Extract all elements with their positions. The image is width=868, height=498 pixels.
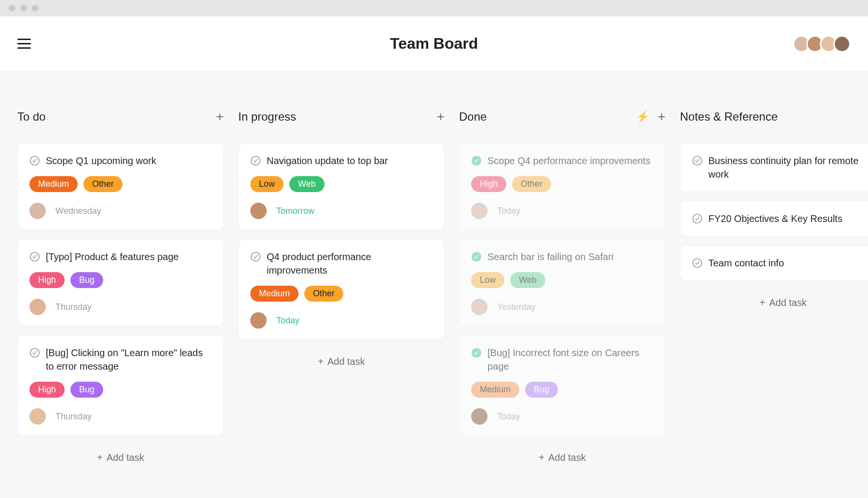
task-title: Scope Q1 upcoming work	[46, 154, 156, 167]
task-card[interactable]: Team contact info	[680, 245, 868, 281]
tag-row: HighOther	[471, 176, 653, 192]
tag-row: MediumBug	[471, 382, 653, 398]
task-title: [Bug] Incorrect font size on Careers pag…	[488, 346, 653, 373]
avatar[interactable]	[833, 35, 851, 53]
check-done-icon[interactable]	[471, 251, 482, 262]
tag[interactable]: High	[29, 272, 65, 288]
tag[interactable]: Low	[471, 272, 504, 288]
assignee-avatar[interactable]	[471, 299, 488, 315]
lightning-icon[interactable]: ⚡	[636, 111, 649, 123]
task-card[interactable]: Scope Q4 performance improvements HighOt…	[459, 143, 665, 230]
check-open-icon[interactable]	[29, 251, 40, 262]
task-card[interactable]: Search bar is failing on Safari LowWeb Y…	[459, 239, 665, 326]
tag-row: MediumOther	[250, 286, 433, 302]
tag-row: HighBug	[29, 382, 212, 398]
add-column-task-icon[interactable]: +	[437, 110, 445, 124]
traffic-light-min[interactable]	[20, 5, 27, 12]
check-open-icon[interactable]	[29, 155, 40, 166]
tag[interactable]: Medium	[250, 286, 298, 302]
task-card[interactable]: Navigation update to top bar LowWeb Tomo…	[238, 143, 445, 230]
card-footer: Tomorrow	[250, 203, 433, 219]
add-task-button[interactable]: +Add task	[17, 444, 224, 471]
add-task-label: Add task	[548, 452, 586, 463]
task-card[interactable]: Business continuity plan for remote work	[680, 143, 868, 192]
check-open-icon[interactable]	[692, 155, 703, 166]
column: Notes & Reference Business continuity pl…	[680, 110, 868, 471]
traffic-light-max[interactable]	[32, 5, 39, 12]
tag[interactable]: Web	[289, 176, 325, 192]
assignee-avatar[interactable]	[471, 203, 488, 219]
tag[interactable]: Other	[304, 286, 343, 302]
tag[interactable]: Other	[512, 176, 551, 192]
add-task-label: Add task	[327, 356, 365, 367]
tag-row: LowWeb	[471, 272, 653, 288]
task-title: [Bug] Clicking on "Learn more" leads to …	[46, 346, 212, 373]
assignee-avatar[interactable]	[250, 203, 267, 219]
add-column-task-icon[interactable]: +	[658, 110, 665, 124]
task-card[interactable]: [Typo] Product & features page HighBug T…	[17, 239, 224, 326]
card-footer: Thursday	[29, 299, 212, 315]
tag[interactable]: High	[29, 382, 65, 398]
column-title: To do	[17, 110, 46, 124]
check-open-icon[interactable]	[250, 155, 261, 166]
assignee-avatar[interactable]	[29, 203, 46, 219]
column: To do + Scope Q1 upcoming work MediumOth…	[17, 110, 224, 471]
tag[interactable]: Bug	[70, 272, 103, 288]
tag[interactable]: Medium	[471, 382, 519, 398]
check-open-icon[interactable]	[692, 258, 703, 268]
task-title: FY20 Objectives & Key Results	[708, 212, 842, 225]
plus-icon: +	[318, 356, 324, 367]
add-task-label: Add task	[769, 297, 807, 308]
tag[interactable]: High	[471, 176, 506, 192]
check-done-icon[interactable]	[471, 155, 482, 166]
board: To do + Scope Q1 upcoming work MediumOth…	[0, 71, 868, 471]
tag[interactable]: Low	[250, 176, 284, 192]
check-open-icon[interactable]	[29, 347, 40, 358]
add-column-task-icon[interactable]: +	[216, 110, 224, 124]
check-open-icon[interactable]	[250, 251, 261, 262]
column: Done ⚡+ Scope Q4 performance improvement…	[459, 110, 665, 471]
column-title: In progress	[238, 110, 296, 124]
add-task-button[interactable]: +Add task	[459, 444, 665, 471]
header: Team Board	[0, 16, 868, 71]
menu-icon[interactable]	[17, 39, 31, 49]
tag[interactable]: Other	[83, 176, 122, 192]
traffic-light-close[interactable]	[9, 5, 15, 12]
card-footer: Today	[250, 312, 433, 329]
card-footer: Today	[471, 408, 653, 425]
check-done-icon[interactable]	[471, 347, 482, 358]
task-card[interactable]: [Bug] Incorrect font size on Careers pag…	[459, 335, 665, 436]
card-footer: Thursday	[29, 408, 212, 425]
task-title: Navigation update to top bar	[267, 154, 388, 167]
column-title: Notes & Reference	[680, 110, 778, 124]
task-card[interactable]: Q4 product performance improvements Medi…	[238, 239, 445, 340]
due-date: Tomorrow	[276, 206, 314, 216]
task-card[interactable]: Scope Q1 upcoming work MediumOther Wedne…	[17, 143, 224, 230]
tag[interactable]: Medium	[29, 176, 78, 192]
tag[interactable]: Bug	[525, 382, 558, 398]
add-task-button[interactable]: +Add task	[238, 348, 445, 375]
due-date: Today	[276, 316, 299, 326]
plus-icon: +	[97, 452, 103, 463]
assignee-avatar[interactable]	[29, 408, 46, 425]
task-title: Team contact info	[708, 256, 784, 270]
window-chrome	[0, 0, 868, 16]
plus-icon: +	[539, 452, 544, 463]
collaborator-list[interactable]	[797, 35, 851, 53]
tag-row: HighBug	[29, 272, 212, 288]
assignee-avatar[interactable]	[250, 312, 267, 329]
due-date: Wednesday	[55, 206, 101, 216]
tag[interactable]: Bug	[70, 382, 103, 398]
assignee-avatar[interactable]	[29, 299, 46, 315]
assignee-avatar[interactable]	[471, 408, 488, 425]
task-card[interactable]: [Bug] Clicking on "Learn more" leads to …	[17, 335, 224, 436]
due-date: Yesterday	[497, 302, 535, 312]
card-footer: Wednesday	[29, 203, 212, 219]
task-title: Q4 product performance improvements	[267, 250, 433, 277]
check-open-icon[interactable]	[692, 213, 703, 224]
add-task-button[interactable]: +Add task	[680, 290, 868, 316]
plus-icon: +	[760, 297, 765, 308]
tag[interactable]: Web	[510, 272, 545, 288]
task-title: Business continuity plan for remote work	[708, 154, 868, 181]
task-card[interactable]: FY20 Objectives & Key Results	[680, 201, 868, 236]
